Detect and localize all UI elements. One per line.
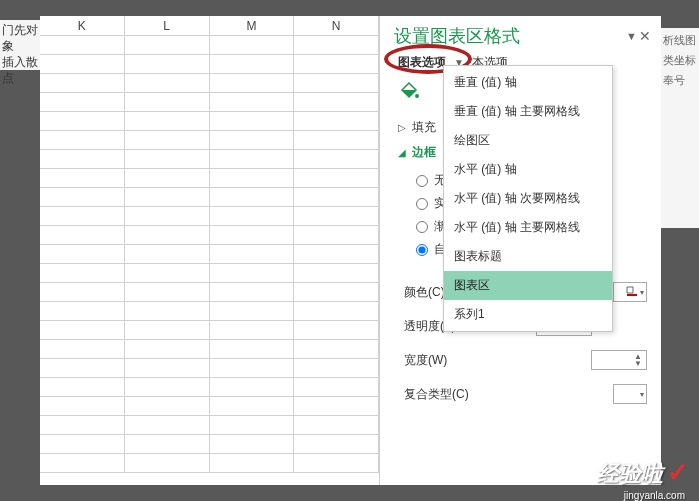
table-row[interactable] — [40, 302, 379, 321]
cell[interactable] — [294, 359, 379, 377]
table-row[interactable] — [40, 245, 379, 264]
table-row[interactable] — [40, 397, 379, 416]
cell[interactable] — [40, 226, 125, 244]
table-row[interactable] — [40, 321, 379, 340]
cell[interactable] — [125, 55, 210, 73]
cell[interactable] — [210, 188, 295, 206]
cell[interactable] — [294, 93, 379, 111]
panel-menu-arrow-icon[interactable]: ▼ — [626, 30, 637, 42]
table-row[interactable] — [40, 340, 379, 359]
cell[interactable] — [125, 416, 210, 434]
col-header-l[interactable]: L — [125, 16, 210, 35]
cell[interactable] — [40, 55, 125, 73]
cell[interactable] — [40, 112, 125, 130]
table-row[interactable] — [40, 207, 379, 226]
cell[interactable] — [294, 435, 379, 453]
cell[interactable] — [210, 93, 295, 111]
cell[interactable] — [294, 112, 379, 130]
table-row[interactable] — [40, 454, 379, 473]
cell[interactable] — [125, 226, 210, 244]
cell[interactable] — [294, 302, 379, 320]
table-row[interactable] — [40, 36, 379, 55]
cell[interactable] — [40, 302, 125, 320]
cell[interactable] — [125, 302, 210, 320]
cell[interactable] — [125, 112, 210, 130]
table-row[interactable] — [40, 283, 379, 302]
cell[interactable] — [294, 207, 379, 225]
cell[interactable] — [125, 207, 210, 225]
cell[interactable] — [40, 397, 125, 415]
cell[interactable] — [125, 93, 210, 111]
table-row[interactable] — [40, 435, 379, 454]
cell[interactable] — [125, 340, 210, 358]
cell[interactable] — [210, 435, 295, 453]
cell[interactable] — [294, 340, 379, 358]
dropdown-item[interactable]: 图表标题 — [444, 242, 612, 271]
cell[interactable] — [294, 131, 379, 149]
fill-line-tab-icon[interactable] — [396, 79, 422, 105]
cell[interactable] — [210, 55, 295, 73]
cell[interactable] — [40, 340, 125, 358]
table-row[interactable] — [40, 150, 379, 169]
cell[interactable] — [125, 435, 210, 453]
cell[interactable] — [294, 169, 379, 187]
cell[interactable] — [40, 321, 125, 339]
cell[interactable] — [210, 321, 295, 339]
table-row[interactable] — [40, 378, 379, 397]
cell[interactable] — [210, 36, 295, 54]
table-row[interactable] — [40, 93, 379, 112]
compound-type-picker[interactable]: ▾ — [613, 384, 647, 404]
table-row[interactable] — [40, 74, 379, 93]
cell[interactable] — [125, 397, 210, 415]
cell[interactable] — [294, 245, 379, 263]
cell[interactable] — [125, 283, 210, 301]
cell[interactable] — [125, 378, 210, 396]
cell[interactable] — [210, 226, 295, 244]
cell[interactable] — [210, 131, 295, 149]
close-icon[interactable]: ✕ — [639, 28, 651, 44]
cell[interactable] — [210, 378, 295, 396]
cell[interactable] — [210, 74, 295, 92]
cell[interactable] — [294, 226, 379, 244]
cell[interactable] — [210, 340, 295, 358]
cell[interactable] — [125, 169, 210, 187]
cell[interactable] — [125, 264, 210, 282]
cell[interactable] — [210, 169, 295, 187]
dropdown-item[interactable]: 垂直 (值) 轴 主要网格线 — [444, 97, 612, 126]
cell[interactable] — [294, 397, 379, 415]
cell[interactable] — [294, 283, 379, 301]
cell[interactable] — [40, 454, 125, 472]
cell[interactable] — [125, 131, 210, 149]
dropdown-item[interactable]: 垂直 (值) 轴 — [444, 68, 612, 97]
cell[interactable] — [40, 359, 125, 377]
cell[interactable] — [210, 283, 295, 301]
dropdown-item[interactable]: 水平 (值) 轴 — [444, 155, 612, 184]
cell[interactable] — [40, 435, 125, 453]
width-spinner[interactable]: ▲▼ — [591, 350, 647, 370]
dropdown-item[interactable]: 水平 (值) 轴 次要网格线 — [444, 184, 612, 213]
radio-no-line-input[interactable] — [416, 175, 428, 187]
dropdown-item[interactable]: 系列1 — [444, 300, 612, 329]
dropdown-item[interactable]: 水平 (值) 轴 主要网格线 — [444, 213, 612, 242]
cell[interactable] — [210, 416, 295, 434]
cell[interactable] — [294, 378, 379, 396]
cell[interactable] — [40, 74, 125, 92]
cell[interactable] — [40, 378, 125, 396]
cell[interactable] — [40, 188, 125, 206]
table-row[interactable] — [40, 226, 379, 245]
cell[interactable] — [40, 416, 125, 434]
cell[interactable] — [125, 245, 210, 263]
color-picker-button[interactable]: ▾ — [613, 282, 647, 302]
cell[interactable] — [294, 188, 379, 206]
cell[interactable] — [125, 36, 210, 54]
cell[interactable] — [294, 150, 379, 168]
cell[interactable] — [125, 150, 210, 168]
cell[interactable] — [40, 283, 125, 301]
cell[interactable] — [210, 302, 295, 320]
table-row[interactable] — [40, 131, 379, 150]
cell[interactable] — [40, 207, 125, 225]
cell[interactable] — [40, 264, 125, 282]
table-row[interactable] — [40, 112, 379, 131]
cell[interactable] — [210, 264, 295, 282]
table-row[interactable] — [40, 55, 379, 74]
